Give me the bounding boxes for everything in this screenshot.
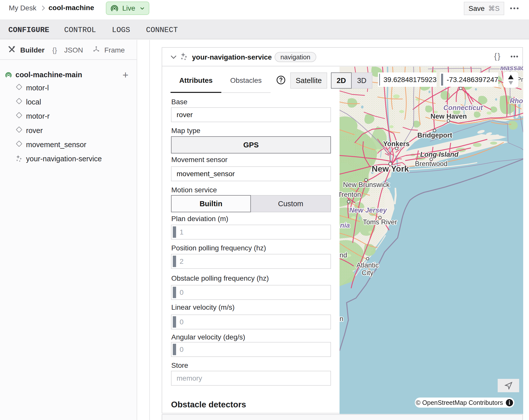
svg-text:Brentwood: Brentwood (415, 160, 447, 168)
svg-text:Atlantic: Atlantic (356, 261, 379, 269)
svg-text:City: City (362, 269, 374, 277)
svg-text:nia: nia (340, 222, 350, 229)
svg-text:Long Island: Long Island (420, 151, 459, 158)
svg-text:Trenton: Trenton (340, 191, 361, 198)
svg-text:Yonkers: Yonkers (383, 140, 410, 148)
svg-text:New York: New York (372, 164, 409, 173)
svg-text:New Haven: New Haven (430, 113, 467, 120)
svg-text:Connecticut: Connecticut (443, 104, 483, 112)
svg-text:Massac: Massac (500, 67, 523, 72)
svg-text:nd: nd (340, 251, 347, 259)
svg-text:New Jersey: New Jersey (349, 206, 388, 214)
svg-text:n: n (340, 315, 343, 323)
svg-text:New Brunswick: New Brunswick (343, 181, 390, 189)
svg-text:Bridgeport: Bridgeport (417, 132, 452, 139)
svg-text:Rhod: Rhod (510, 97, 523, 105)
svg-text:Toms River: Toms River (363, 218, 397, 226)
